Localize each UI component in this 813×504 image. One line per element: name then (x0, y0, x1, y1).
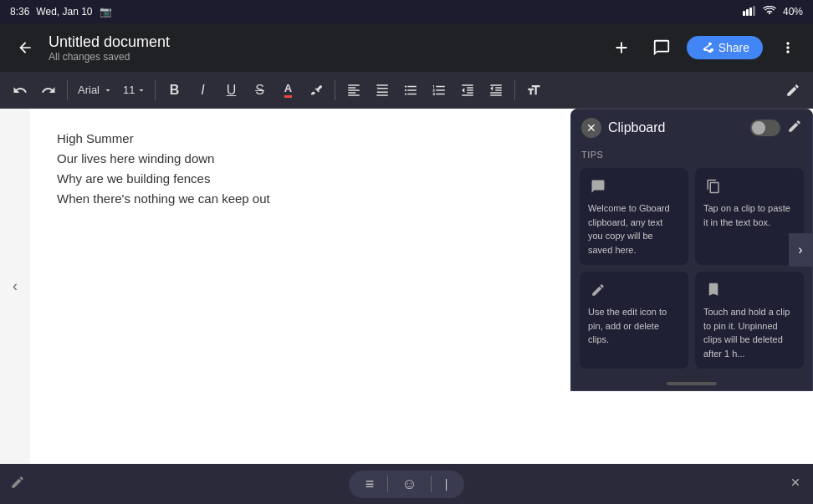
bottom-bar: ≡ ☺ | (0, 464, 813, 504)
share-button[interactable]: Share (687, 36, 763, 59)
expand-icon[interactable] (788, 475, 803, 494)
add-button[interactable] (606, 33, 637, 63)
clipboard-title-area: ✕ Clipboard (581, 118, 665, 138)
photo-icon: 📷 (100, 6, 112, 18)
clipboard-tip-4: Touch and hold a clip to pin it. Unpinne… (695, 272, 804, 369)
svg-rect-3 (753, 6, 755, 16)
main-area: ‹ High Summer Our lives here winding dow… (0, 109, 813, 464)
indent-button[interactable] (369, 77, 396, 104)
clipboard-tip-1-icon (588, 176, 608, 196)
increase-indent-button[interactable] (483, 77, 509, 104)
clipboard-next-button[interactable]: › (789, 233, 812, 267)
wifi-icon (763, 6, 776, 18)
signal-icon (743, 6, 756, 18)
svg-rect-2 (749, 8, 752, 16)
pen-mode-button[interactable] (780, 77, 806, 104)
toolbar-divider-4 (514, 80, 515, 100)
font-size-selector[interactable]: 11 (120, 84, 150, 96)
align-button[interactable] (340, 77, 367, 104)
battery-display: 40% (783, 6, 803, 18)
clipboard-toggle[interactable] (750, 120, 780, 136)
svg-rect-1 (746, 9, 749, 16)
back-button[interactable] (10, 33, 40, 63)
redo-button[interactable] (35, 77, 62, 104)
keyboard-switcher: ≡ ☺ | (349, 471, 465, 498)
font-size-value: 11 (123, 84, 135, 96)
toolbar-divider-3 (335, 80, 335, 100)
clipboard-tip-2: Tap on a clip to paste it in the text bo… (695, 168, 804, 265)
bottom-left (10, 475, 25, 494)
top-bar-actions: Share (606, 33, 803, 63)
clipboard-header-actions (750, 119, 802, 137)
toolbar-divider-2 (155, 80, 156, 100)
toolbar: Arial 11 B I U S A (0, 72, 813, 109)
font-color-button[interactable]: A (274, 77, 301, 104)
toolbar-divider-1 (67, 80, 68, 100)
document-subtitle: All changes saved (49, 51, 598, 63)
cursor-position: | (445, 477, 448, 491)
bottom-center: ≡ ☺ | (25, 471, 788, 498)
menu-lines-icon[interactable]: ≡ (366, 476, 375, 493)
clipboard-tip-2-icon (703, 176, 724, 196)
ks-divider-2 (431, 476, 432, 492)
underline-button[interactable]: U (217, 77, 244, 104)
clipboard-scrollbar (571, 377, 812, 390)
highlight-button[interactable] (303, 77, 330, 104)
clipboard-edit-button[interactable] (787, 119, 802, 137)
bullets-button[interactable] (397, 77, 424, 104)
font-name-value: Arial (78, 84, 100, 96)
left-nav: ‹ (0, 109, 30, 464)
status-bar: 8:36 Wed, Jan 10 📷 40% (0, 0, 813, 23)
scrollbar-indicator (667, 382, 717, 385)
document-title: Untitled document (49, 33, 598, 51)
date-display: Wed, Jan 10 (36, 6, 92, 18)
font-name-selector[interactable]: Arial (73, 84, 118, 96)
clipboard-title: Clipboard (608, 120, 665, 135)
strikethrough-button[interactable]: S (246, 77, 273, 104)
tips-label: TIPS (571, 146, 812, 163)
clipboard-tip-1: Welcome to Gboard clipboard, any text yo… (580, 168, 688, 265)
pencil-bottom-icon[interactable] (10, 475, 25, 494)
top-bar: Untitled document All changes saved Shar… (0, 23, 813, 72)
bottom-right (788, 475, 803, 494)
clipboard-tip-3: Use the edit icon to pin, add or delete … (580, 272, 688, 369)
clipboard-tips-grid: Welcome to Gboard clipboard, any text yo… (571, 163, 812, 377)
italic-button[interactable]: I (189, 77, 216, 104)
comment-button[interactable] (647, 33, 677, 63)
page-back-button[interactable]: ‹ (13, 277, 18, 295)
bold-button[interactable]: B (161, 77, 187, 104)
ks-divider (387, 476, 388, 492)
more-options-button[interactable] (773, 33, 803, 63)
share-label: Share (718, 41, 749, 54)
clipboard-close-button[interactable]: ✕ (581, 118, 601, 138)
outdent-button[interactable] (454, 77, 481, 104)
format-more-button[interactable] (520, 77, 547, 104)
numbered-list-button[interactable] (426, 77, 453, 104)
clipboard-header: ✕ Clipboard (571, 109, 812, 146)
clipboard-tip-4-icon (703, 280, 724, 300)
clipboard-tip-2-text: Tap on a clip to paste it in the text bo… (703, 201, 795, 229)
clipboard-tip-4-text: Touch and hold a clip to pin it. Unpinne… (703, 305, 795, 360)
document-title-area: Untitled document All changes saved (49, 33, 598, 63)
svg-rect-0 (743, 11, 745, 16)
time-display: 8:36 (10, 6, 29, 18)
emoji-icon[interactable]: ☺ (401, 476, 417, 493)
clipboard-panel: ✕ Clipboard TIPS W (570, 109, 813, 391)
clipboard-tip-1-text: Welcome to Gboard clipboard, any text yo… (588, 201, 680, 257)
clipboard-tip-3-icon (588, 280, 608, 300)
undo-button[interactable] (7, 77, 33, 104)
clipboard-tip-3-text: Use the edit icon to pin, add or delete … (588, 305, 680, 347)
